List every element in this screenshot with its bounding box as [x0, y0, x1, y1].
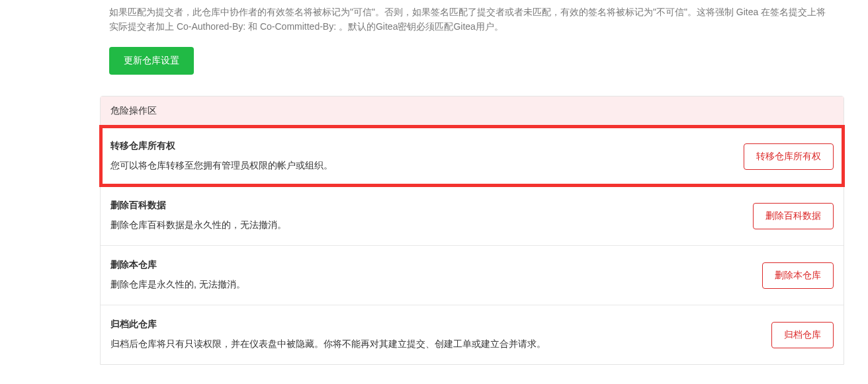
danger-item-desc: 删除仓库是永久性的, 无法撤消。	[110, 278, 749, 291]
transfer-ownership-button[interactable]: 转移仓库所有权	[744, 143, 834, 170]
update-repo-settings-button[interactable]: 更新仓库设置	[109, 47, 194, 75]
danger-zone-section: 危险操作区 转移仓库所有权 您可以将仓库转移至您拥有管理员权限的帐户或组织。 转…	[100, 96, 844, 365]
danger-item-transfer: 转移仓库所有权 您可以将仓库转移至您拥有管理员权限的帐户或组织。 转移仓库所有权	[101, 126, 844, 186]
danger-item-title: 转移仓库所有权	[110, 140, 730, 152]
archive-repo-button[interactable]: 归档仓库	[771, 322, 834, 348]
danger-item-desc: 您可以将仓库转移至您拥有管理员权限的帐户或组织。	[110, 159, 730, 173]
danger-item-delete-repo: 删除本仓库 删除仓库是永久性的, 无法撤消。 删除本仓库	[101, 245, 844, 305]
danger-item-title: 删除本仓库	[110, 259, 749, 271]
danger-item-title: 删除百科数据	[110, 200, 740, 211]
danger-item-desc: 删除仓库百科数据是永久性的，无法撤消。	[110, 218, 740, 232]
delete-wiki-button[interactable]: 删除百科数据	[753, 203, 834, 229]
danger-item-title: 归档此仓库	[110, 319, 758, 330]
delete-repo-button[interactable]: 删除本仓库	[762, 262, 834, 289]
signing-description: 如果匹配为提交者，此仓库中协作者的有效签名将被标记为"可信"。否则，如果签名匹配…	[100, 5, 844, 34]
danger-item-delete-wiki: 删除百科数据 删除仓库百科数据是永久性的，无法撤消。 删除百科数据	[101, 186, 844, 245]
danger-item-desc: 归档后仓库将只有只读权限，并在仪表盘中被隐藏。你将不能再对其建立提交、创建工单或…	[110, 337, 758, 351]
danger-zone-header: 危险操作区	[101, 96, 844, 126]
danger-item-archive: 归档此仓库 归档后仓库将只有只读权限，并在仪表盘中被隐藏。你将不能再对其建立提交…	[101, 305, 844, 364]
